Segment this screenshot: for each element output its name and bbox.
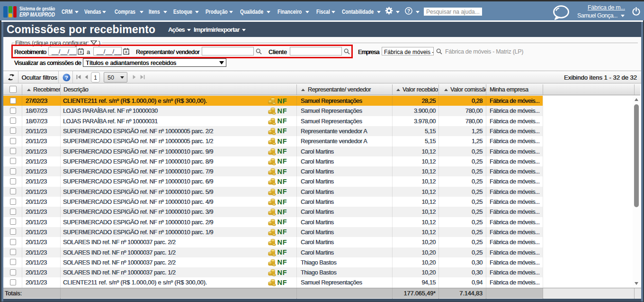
svg-text:?: ? [65, 74, 68, 80]
svg-text:?: ? [407, 8, 410, 14]
svg-text:8: 8 [125, 50, 127, 54]
svg-text:8: 8 [80, 50, 81, 54]
